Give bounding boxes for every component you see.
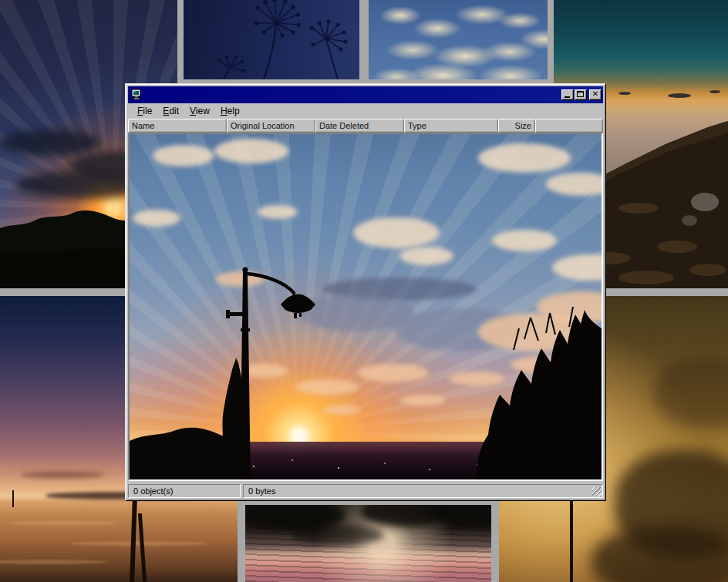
close-button[interactable]: ✕: [589, 89, 602, 100]
foreground-silhouettes: [130, 134, 602, 481]
wooden-pole: [130, 498, 137, 582]
window-titlebar[interactable]: ✕: [128, 86, 603, 103]
status-size-text: 0 bytes: [248, 486, 275, 496]
wallpaper-photo-water-reflection: [245, 505, 491, 582]
close-icon: ✕: [590, 89, 601, 98]
column-header-date-deleted[interactable]: Date Deleted: [315, 119, 404, 133]
menu-edit[interactable]: Edit: [158, 104, 184, 118]
pole-silhouette: [570, 498, 573, 582]
wooden-pole: [138, 513, 147, 582]
menu-file[interactable]: File: [133, 104, 157, 118]
menu-help[interactable]: Help: [216, 104, 244, 118]
list-view-area[interactable]: [128, 133, 603, 481]
maximize-button[interactable]: [575, 89, 587, 100]
list-column-headers: Name Original Location Date Deleted Type…: [128, 119, 603, 133]
column-header-name[interactable]: Name: [128, 119, 227, 133]
column-header-empty[interactable]: [535, 119, 603, 133]
recycle-bin-window: ✕ File Edit View Help Name Original Loca…: [125, 83, 606, 501]
status-size: 0 bytes: [243, 484, 603, 498]
wallpaper-photo-cloud-sky: [369, 0, 548, 79]
maximize-icon: [577, 91, 584, 97]
wallpaper-photo-plant-silhouettes: [184, 0, 359, 79]
minimize-button[interactable]: [561, 89, 574, 100]
photo-sunset-streetlamp: [130, 134, 602, 479]
column-header-original-location[interactable]: Original Location: [227, 119, 315, 133]
menu-view[interactable]: View: [185, 104, 214, 118]
desktop-wallpaper: ✕ File Edit View Help Name Original Loca…: [0, 0, 728, 582]
umbel-plants-silhouette: [184, 0, 359, 79]
minimize-icon: [565, 96, 570, 98]
column-header-type[interactable]: Type: [404, 119, 498, 133]
status-object-count: 0 object(s): [128, 484, 241, 498]
column-header-size[interactable]: Size: [498, 119, 535, 133]
status-bar: 0 object(s) 0 bytes: [128, 483, 603, 498]
computer-icon: [130, 89, 143, 101]
menu-bar: File Edit View Help: [128, 103, 603, 119]
resize-grip[interactable]: [592, 487, 602, 496]
